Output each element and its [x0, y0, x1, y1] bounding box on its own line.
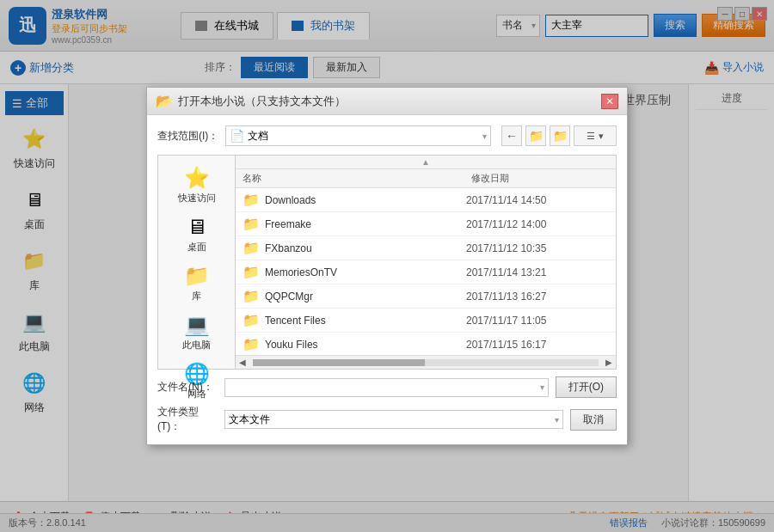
scrollbar-track [253, 359, 599, 366]
table-row[interactable]: 📁 MemoriesOnTV 2017/11/14 13:21 [236, 260, 616, 284]
file-sidebar-quick[interactable]: ⭐ 快速访问 [162, 162, 232, 208]
file-name: Downloads [265, 194, 461, 206]
file-sidebar-library[interactable]: 📁 库 [162, 260, 232, 306]
folder-icon: 📁 [243, 336, 260, 352]
cancel-button[interactable]: 取消 [570, 409, 617, 431]
file-date: 2017/11/12 14:00 [466, 218, 587, 230]
file-date: 2017/11/15 16:17 [466, 339, 587, 351]
dialog-toolbar: ← 📁 📁 ☰ ▾ [501, 125, 617, 146]
folder-icon: 📁 [243, 240, 260, 256]
file-name: Youku Files [265, 339, 461, 351]
dialog-location-row: 查找范围(I)： 📄 文档 ▾ ← 📁 📁 ☰ ▾ [157, 125, 617, 146]
up-button[interactable]: 📁 [525, 125, 546, 146]
file-name: Tencent Files [265, 315, 461, 327]
sort-indicator: ▲ [236, 156, 616, 169]
dialog-title-icon: 📂 [156, 93, 173, 109]
location-folder-icon: 📄 [230, 129, 244, 143]
folder-icon: 📁 [243, 192, 260, 208]
dialog-close-button[interactable]: ✕ [601, 94, 618, 109]
open-button[interactable]: 打开(O) [556, 376, 617, 398]
table-row[interactable]: 📁 Freemake 2017/11/12 14:00 [236, 212, 616, 236]
col-date: 修改日期 [471, 172, 592, 185]
file-date: 2017/11/14 13:21 [466, 266, 587, 278]
file-list-container: ⭐ 快速访问 🖥 桌面 📁 库 💻 此电脑 [157, 155, 617, 370]
file-sidebar-computer[interactable]: 💻 此电脑 [162, 309, 232, 355]
open-file-dialog: 📂 打开本地小说（只支持文本文件） ✕ 查找范围(I)： 📄 文档 ▾ ← 📁 … [146, 87, 628, 445]
col-name: 名称 [243, 172, 471, 185]
file-sidebar-desktop[interactable]: 🖥 桌面 [162, 211, 232, 257]
dialog-body: 查找范围(I)： 📄 文档 ▾ ← 📁 📁 ☰ ▾ ⭐ [147, 115, 627, 444]
table-row[interactable]: 📁 Youku Files 2017/11/15 16:17 [236, 333, 616, 355]
file-name: MemoriesOnTV [265, 266, 461, 278]
folder-icon: 📁 [243, 264, 260, 280]
scrollbar-thumb[interactable] [253, 359, 425, 366]
scroll-left-btn[interactable]: ◀ [236, 358, 249, 367]
filetype-row: 文件类型(T)： 文本文件 ▾ 取消 [157, 405, 617, 434]
horizontal-scrollbar[interactable]: ◀ ▶ [236, 355, 616, 369]
filetype-dropdown-icon: ▾ [555, 415, 559, 425]
file-desktop-icon: 🖥 [187, 215, 207, 239]
table-row[interactable]: 📁 QQPCMgr 2017/11/13 16:27 [236, 284, 616, 309]
location-dropdown-icon: ▾ [482, 131, 487, 141]
table-row[interactable]: 📁 Downloads 2017/11/14 14:50 [236, 188, 616, 212]
folder-icon: 📁 [243, 288, 260, 304]
filetype-value: 文本文件 [229, 413, 555, 427]
location-value: 文档 [248, 129, 482, 144]
filename-label: 文件名(N)： [157, 380, 218, 394]
filename-row: 文件名(N)： ▾ 打开(O) [157, 376, 617, 398]
dialog-title-bar: 📂 打开本地小说（只支持文本文件） ✕ [147, 88, 627, 115]
view-button[interactable]: ☰ ▾ [574, 125, 617, 146]
dialog-overlay: 📂 打开本地小说（只支持文本文件） ✕ 查找范围(I)： 📄 文档 ▾ ← 📁 … [0, 0, 774, 532]
sort-arrow-icon: ▲ [421, 157, 430, 167]
file-date: 2017/11/14 14:50 [466, 194, 587, 206]
folder-icon: 📁 [243, 216, 260, 232]
filename-dropdown-icon: ▾ [540, 382, 544, 392]
file-date: 2017/11/13 16:27 [466, 290, 587, 303]
scroll-right-btn[interactable]: ▶ [602, 358, 616, 367]
file-list-sidebar: ⭐ 快速访问 🖥 桌面 📁 库 💻 此电脑 [158, 156, 236, 369]
dialog-title-text: 打开本地小说（只支持文本文件） [178, 94, 596, 109]
file-name: Freemake [265, 218, 461, 230]
file-list-main: ▲ 名称 修改日期 📁 Downloads 2017/11/14 14:50 [236, 156, 616, 369]
file-computer-icon: 💻 [184, 313, 210, 337]
filename-input[interactable] [229, 382, 540, 394]
file-quick-icon: ⭐ [184, 166, 210, 190]
folder-icon: 📁 [243, 312, 260, 328]
file-library-icon: 📁 [184, 264, 210, 288]
table-row[interactable]: 📁 Tencent Files 2017/11/17 11:05 [236, 309, 616, 333]
back-button[interactable]: ← [501, 125, 522, 146]
table-row[interactable]: 📁 FXbanzou 2017/11/12 10:35 [236, 236, 616, 260]
file-name: QQPCMgr [265, 290, 461, 303]
file-list-header: 名称 修改日期 [236, 169, 616, 188]
filetype-label: 文件类型(T)： [157, 405, 218, 434]
col-extra [592, 172, 609, 185]
file-date: 2017/11/12 10:35 [466, 242, 587, 254]
new-folder-button[interactable]: 📁 [550, 125, 570, 146]
file-date: 2017/11/17 11:05 [466, 315, 587, 327]
file-name: FXbanzou [265, 242, 461, 254]
location-label: 查找范围(I)： [157, 129, 218, 144]
file-rows: 📁 Downloads 2017/11/14 14:50 📁 Freemake … [236, 188, 616, 355]
